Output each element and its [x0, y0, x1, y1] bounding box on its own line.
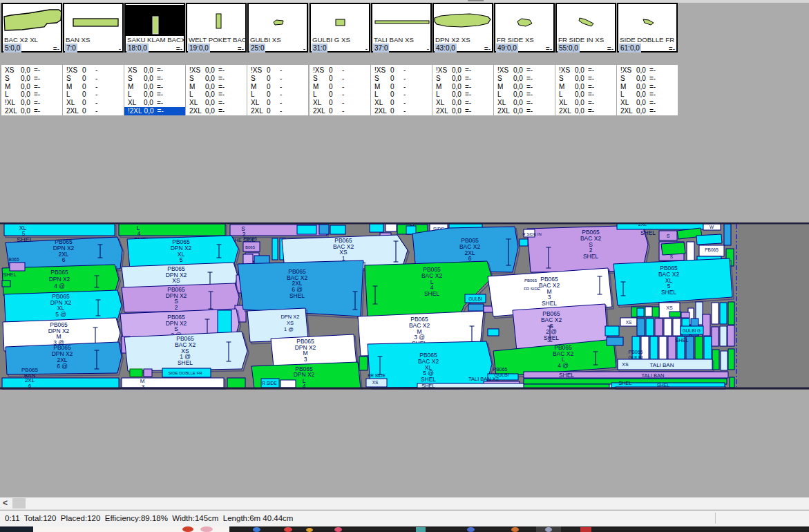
svg-text:PB065: PB065: [705, 247, 718, 252]
svg-text:R SIDE: R SIDE: [262, 381, 277, 386]
svg-text:4 @: 4 @: [54, 283, 65, 289]
svg-text:SHEL: SHEL: [289, 292, 305, 299]
svg-text:SHEL: SHEL: [424, 290, 439, 297]
svg-text:6: 6: [62, 256, 66, 263]
svg-text:PB065: PB065: [628, 350, 643, 354]
svg-text:SHEL: SHEL: [544, 334, 559, 341]
svg-text:DPN X2: DPN X2: [49, 276, 70, 283]
svg-text:XS: XS: [622, 362, 629, 367]
svg-text:TALI BAN: TALI BAN: [650, 362, 674, 368]
svg-text:DPN X2: DPN X2: [280, 314, 299, 320]
svg-text:GULBI G: GULBI G: [683, 328, 701, 333]
svg-text:SHEL: SHEL: [661, 289, 676, 296]
svg-text:GULBI: GULBI: [494, 372, 508, 377]
svg-text:GULBI: GULBI: [628, 355, 643, 360]
svg-text:SIDE DOBLLE FR: SIDE DOBLLE FR: [168, 371, 202, 375]
svg-text:W: W: [710, 225, 714, 229]
svg-text:4 @: 4 @: [558, 362, 569, 369]
svg-text:TALI BAN: TALI BAN: [642, 372, 665, 379]
svg-text:XS: XS: [626, 320, 632, 325]
svg-text:XS: XS: [666, 305, 673, 310]
svg-text:PB065: PB065: [50, 269, 68, 276]
svg-text:1 @: 1 @: [284, 326, 294, 332]
svg-text:SHEL: SHEL: [559, 372, 574, 379]
svg-text:SHEL: SHEL: [542, 300, 557, 307]
svg-text:2: 2: [175, 304, 178, 311]
svg-text:FR SIDE: FR SIDE: [368, 373, 386, 378]
svg-text:PB065: PB065: [524, 278, 537, 283]
svg-text:SHEL: SHEL: [3, 272, 17, 278]
svg-text:3: 3: [304, 356, 307, 363]
svg-text:SHEL: SHEL: [178, 359, 193, 366]
svg-text:SHEL: SHEL: [618, 380, 632, 386]
svg-text:S: S: [670, 254, 674, 259]
svg-text:PB065: PB065: [243, 236, 257, 241]
svg-text:SHEL: SHEL: [675, 337, 689, 343]
svg-text:B065: B065: [8, 257, 19, 262]
svg-text:SHEL: SHEL: [640, 229, 656, 236]
svg-text:5: 5: [180, 256, 183, 263]
svg-text:B065: B065: [245, 245, 256, 249]
svg-text:PB065: PB065: [493, 367, 507, 372]
svg-text:XS: XS: [372, 380, 379, 385]
svg-text:XS: XS: [287, 320, 294, 326]
svg-text:SHEL: SHEL: [657, 383, 669, 388]
svg-text:6 @: 6 @: [57, 363, 68, 370]
svg-text:S: S: [667, 234, 670, 238]
svg-text:5 @: 5 @: [55, 311, 66, 318]
svg-text:R SIDE IN: R SIDE IN: [522, 232, 542, 236]
svg-text:GULBI: GULBI: [468, 296, 482, 301]
svg-text:SHEL: SHEL: [421, 376, 436, 383]
svg-text:FR SIDE: FR SIDE: [524, 287, 540, 291]
svg-text:SHEL: SHEL: [583, 253, 598, 260]
